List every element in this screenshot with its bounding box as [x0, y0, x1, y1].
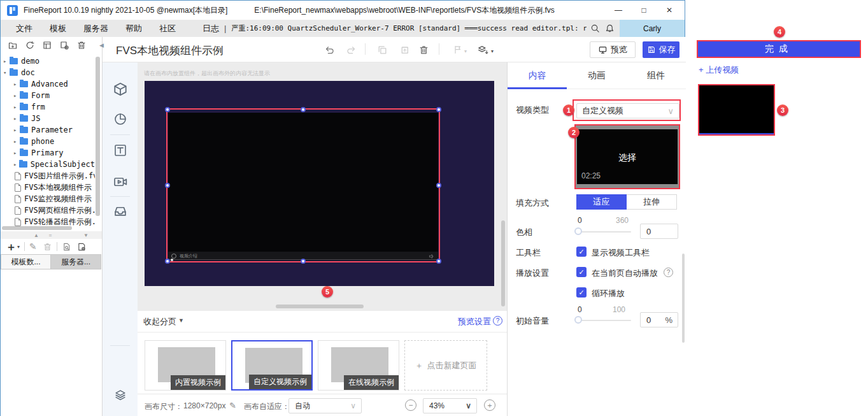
resize-handle-w[interactable] [165, 183, 170, 188]
canvas-horizontal-scrollbar[interactable] [276, 305, 364, 308]
tab-server-dataset[interactable]: 服务器... [51, 254, 101, 269]
collapse-panel-icon[interactable]: ◀ [99, 42, 104, 48]
loop-checkbox[interactable]: ✓ [576, 287, 587, 298]
add-dataset-caret-icon[interactable]: ▾ [17, 244, 20, 250]
tree-horizontal-scrollbar[interactable] [2, 226, 72, 230]
collapse-pages-caret-icon[interactable]: ▼ [178, 317, 184, 324]
redo-icon[interactable] [346, 45, 357, 55]
tree-arrow-icon[interactable]: ▸ [13, 115, 20, 122]
page-thumbnail-custom-selected[interactable]: 自定义视频示例 [231, 340, 313, 391]
tree-file-fvs-image[interactable]: FVS图片组件示例.fv [15, 170, 95, 182]
zoom-out-button[interactable]: − [405, 399, 416, 411]
properties-scrollbar[interactable] [682, 254, 685, 343]
tree-arrow-icon[interactable]: ▸ [13, 104, 20, 110]
tree-arrow-icon[interactable]: ▸ [13, 161, 19, 168]
tab-content[interactable]: 内容 [508, 62, 567, 89]
splitter-down-icon[interactable]: ▼ [83, 233, 89, 238]
delete-template-icon[interactable] [76, 40, 87, 50]
menu-server[interactable]: 服务器 [83, 23, 108, 34]
page-thumbnail-builtin[interactable]: 内置视频示例 [145, 340, 226, 391]
volume-slider-track[interactable] [576, 320, 631, 321]
component-library-icon[interactable] [113, 204, 127, 219]
hue-slider-knob[interactable] [574, 227, 582, 235]
fill-stretch-option[interactable]: 拉伸 [627, 194, 678, 210]
resize-handle-e[interactable] [436, 183, 441, 188]
volume-input[interactable]: 0 % [640, 312, 678, 327]
splitter-handle-icon[interactable]: ＝ [48, 232, 53, 239]
layer-caret-icon[interactable]: ▾ [491, 48, 494, 54]
search-icon[interactable] [590, 24, 600, 33]
notification-bell-icon[interactable] [605, 24, 615, 33]
finish-button[interactable]: 完成 [697, 40, 861, 58]
tree-arrow-icon[interactable]: ▸ [13, 127, 20, 133]
tree-arrow-icon[interactable]: ▸ [13, 92, 20, 99]
tree-arrow-icon[interactable]: ▸ [3, 58, 10, 64]
edit-dataset-icon[interactable]: ✎ [29, 241, 37, 252]
hue-slider-track[interactable] [576, 231, 631, 233]
menu-help[interactable]: 帮助 [125, 23, 142, 34]
text-component-icon[interactable] [113, 143, 127, 157]
tree-folder-primary[interactable]: ▸Primary [13, 147, 64, 159]
autoplay-checkbox[interactable]: ✓ [576, 267, 587, 277]
widget-cube-icon[interactable] [113, 82, 128, 97]
video-type-select[interactable]: 自定义视频 ∨ [576, 103, 679, 118]
tree-folder-phone[interactable]: ▸phone [13, 136, 54, 147]
tree-folder-specialsubject[interactable]: ▸SpecialSubject [13, 159, 95, 170]
close-button[interactable]: ✕ [657, 1, 682, 19]
undo-icon[interactable] [324, 45, 335, 55]
menu-file[interactable]: 文件 [16, 23, 32, 34]
tree-arrow-icon[interactable]: ▸ [13, 81, 20, 87]
refresh-icon[interactable] [25, 40, 35, 50]
tab-template-dataset[interactable]: 模板数... [1, 254, 51, 269]
resize-handle-sw[interactable] [165, 259, 170, 264]
new-page-button[interactable]: ＋ 点击新建页面 [404, 340, 487, 391]
edit-canvas-size-icon[interactable]: ✎ [229, 401, 236, 410]
tree-file-fvs-webframe[interactable]: FVS网页框组件示例. [15, 204, 95, 216]
tree-folder-demo[interactable]: ▸demo [3, 55, 39, 67]
tree-folder-doc[interactable]: ▾doc [3, 67, 35, 78]
tree-folder-frm[interactable]: ▸frm [13, 101, 45, 113]
zoom-in-button[interactable]: ＋ [484, 399, 495, 411]
panel-splitter[interactable]: ▲ ＝ ▼ [1, 231, 102, 239]
tab-animation[interactable]: 动画 [567, 62, 626, 89]
page-thumbnail-online[interactable]: 在线视频示例 [318, 340, 399, 391]
new-folder-icon[interactable] [8, 40, 18, 50]
preview-settings-link[interactable]: 预览设置 [458, 316, 491, 327]
preview-button[interactable]: 预览 [590, 41, 636, 58]
chart-pie-icon[interactable] [113, 112, 127, 126]
layer-order-icon[interactable] [477, 45, 488, 56]
tree-arrow-icon[interactable]: ▸ [13, 150, 20, 156]
user-account[interactable]: Carly [620, 20, 685, 37]
video-component-icon[interactable] [113, 175, 127, 189]
component-selection-outline[interactable] [166, 108, 440, 262]
resize-handle-nw[interactable] [165, 107, 170, 112]
add-dataset-button[interactable]: ＋ [6, 240, 17, 254]
resize-handle-n[interactable] [301, 107, 306, 112]
preview-dataset-icon[interactable] [62, 242, 71, 252]
show-toolbar-checkbox[interactable]: ✓ [576, 247, 587, 257]
menu-template[interactable]: 模板 [50, 23, 66, 34]
resize-handle-ne[interactable] [436, 107, 441, 112]
splitter-up-icon[interactable]: ▲ [34, 233, 39, 238]
copy-icon[interactable] [377, 45, 388, 55]
uploaded-video-thumbnail[interactable] [698, 84, 775, 136]
tree-file-fvs-monitor-video[interactable]: FVS监控视频组件示 [15, 193, 95, 204]
tree-view-icon[interactable] [42, 40, 52, 50]
tree-folder-js[interactable]: ▸JS [13, 113, 40, 124]
tree-file-fvs-local-video[interactable]: FVS本地视频组件示 [15, 182, 95, 193]
preview-settings-help-icon[interactable]: ? [493, 316, 502, 326]
upload-video-link[interactable]: + 上传视频 [699, 64, 739, 76]
save-button[interactable]: 保存 [643, 41, 679, 58]
video-select-label[interactable]: 选择 [577, 152, 678, 164]
hue-input[interactable]: 0 [640, 224, 678, 239]
delete-dataset-icon[interactable] [43, 242, 52, 252]
maximize-button[interactable]: □ [631, 1, 657, 19]
video-preview[interactable]: 选择 02:25 [577, 129, 678, 184]
menu-community[interactable]: 社区 [159, 23, 176, 34]
collapse-pages-label[interactable]: 收起分页 [143, 316, 176, 327]
tree-folder-parameter[interactable]: ▸Parameter [13, 124, 73, 136]
tree-folder-form[interactable]: ▸Form [13, 90, 50, 101]
canvas-fit-select[interactable]: 自动 ∨ [288, 398, 362, 413]
flag-caret-icon[interactable]: ▾ [464, 48, 467, 54]
canvas-vertical-scrollbar[interactable] [501, 220, 505, 306]
